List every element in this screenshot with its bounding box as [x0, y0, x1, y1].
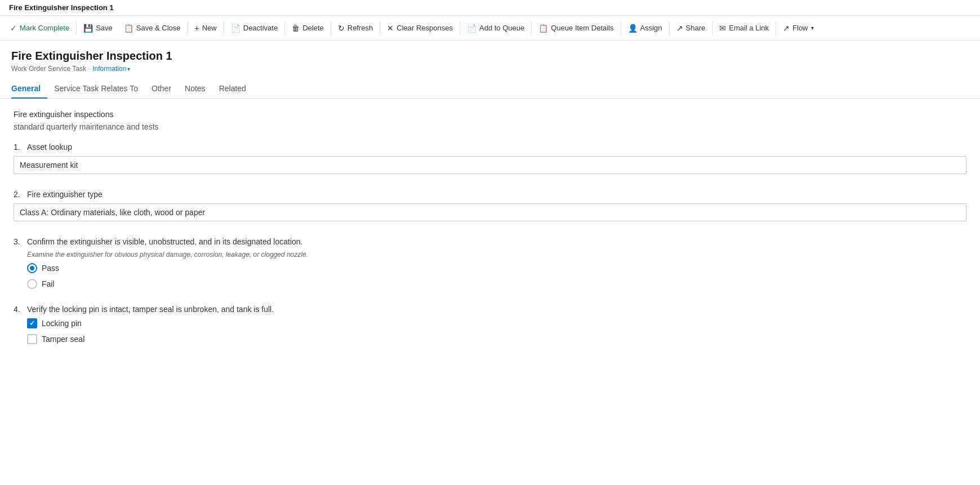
toolbar-btn-share[interactable]: ↗Share: [671, 18, 711, 38]
mark-complete-label: Mark Complete: [20, 24, 69, 32]
clear-responses-label: Clear Responses: [397, 24, 453, 32]
tab-service-task-relates-to[interactable]: Service Task Relates To: [47, 79, 145, 99]
delete-label: Delete: [302, 24, 324, 32]
question-label-q2: 2.Fire extinguisher type: [14, 190, 966, 199]
toolbar-btn-refresh[interactable]: ↻Refresh: [332, 18, 379, 38]
toolbar-btn-email-a-link[interactable]: ✉Email a Link: [714, 18, 774, 38]
question-text-q2: Fire extinguisher type: [27, 190, 103, 199]
queue-item-details-label: Queue Item Details: [551, 24, 613, 32]
toolbar-btn-new[interactable]: +New: [189, 18, 222, 38]
checkbox-item-q4-1[interactable]: Tamper seal: [27, 334, 966, 344]
breadcrumb-info[interactable]: Information ▾: [92, 65, 130, 73]
page-header: Fire Extinguisher Inspection 1 Work Orde…: [0, 41, 980, 73]
checkbox-input-q4-1[interactable]: [27, 334, 37, 344]
radio-label-q3-0: Pass: [42, 264, 59, 273]
question-label-q1: 1.Asset lookup: [14, 143, 966, 152]
toolbar-btn-save-close[interactable]: 📋Save & Close: [118, 18, 186, 38]
question-block-q3: 3.Confirm the extinguisher is visible, u…: [14, 237, 966, 289]
page-title: Fire Extinguisher Inspection 1: [11, 50, 969, 63]
question-label-q3: 3.Confirm the extinguisher is visible, u…: [14, 237, 966, 246]
description-1: Fire extinguisher inspections: [14, 110, 966, 119]
toolbar-btn-delete[interactable]: 🗑Delete: [286, 18, 329, 38]
toolbar-separator: [531, 21, 532, 35]
breadcrumb-workorder[interactable]: Work Order Service Task: [11, 65, 86, 73]
toolbar-btn-queue-item-details[interactable]: 📋Queue Item Details: [533, 18, 619, 38]
question-num-q2: 2.: [14, 190, 25, 199]
description-2: standard quarterly maintenance and tests: [14, 122, 966, 131]
flow-more-icon: ▾: [811, 25, 814, 31]
checkbox-input-q4-0[interactable]: [27, 318, 37, 328]
refresh-icon: ↻: [338, 24, 345, 33]
deactivate-label: Deactivate: [243, 24, 278, 32]
checkbox-label-q4-0: Locking pin: [42, 319, 82, 328]
toolbar-separator: [380, 21, 380, 35]
tab-related[interactable]: Related: [212, 79, 253, 99]
flow-icon: ↗: [783, 24, 790, 33]
field-input-q2[interactable]: [14, 203, 966, 221]
question-text-q1: Asset lookup: [27, 143, 72, 152]
question-label-q4: 4.Verify the locking pin is intact, tamp…: [14, 305, 966, 314]
email-a-link-label: Email a Link: [729, 24, 769, 32]
radio-item-q3-1[interactable]: Fail: [27, 279, 966, 289]
toolbar-btn-flow[interactable]: ↗Flow ▾: [777, 18, 819, 38]
toolbar-separator: [621, 21, 621, 35]
checkbox-item-q4-0[interactable]: Locking pin: [27, 318, 966, 328]
share-label: Share: [686, 24, 706, 32]
save-close-label: Save & Close: [136, 24, 181, 32]
toolbar-btn-deactivate[interactable]: 📄Deactivate: [225, 18, 283, 38]
chevron-down-icon: ▾: [127, 66, 130, 72]
assign-label: Assign: [640, 24, 662, 32]
save-close-icon: 📋: [124, 24, 133, 33]
toolbar-separator: [776, 21, 776, 35]
toolbar-btn-clear-responses[interactable]: ✕Clear Responses: [381, 18, 458, 38]
save-label: Save: [96, 24, 113, 32]
radio-input-q3-1[interactable]: [27, 279, 37, 289]
new-icon: +: [195, 24, 199, 33]
content-area: Fire extinguisher inspections standard q…: [0, 99, 980, 371]
toolbar-separator: [188, 21, 188, 35]
toolbar-btn-save[interactable]: 💾Save: [78, 18, 118, 38]
toolbar-separator: [224, 21, 224, 35]
toolbar-separator: [284, 21, 285, 35]
question-num-q4: 4.: [14, 305, 25, 314]
tab-other[interactable]: Other: [145, 79, 178, 99]
toolbar-btn-add-to-queue[interactable]: 📄Add to Queue: [461, 18, 530, 38]
share-icon: ↗: [676, 24, 683, 33]
toolbar-btn-mark-complete[interactable]: ✓Mark Complete: [5, 18, 75, 38]
tabs-container: GeneralService Task Relates ToOtherNotes…: [0, 79, 980, 99]
toolbar: ✓Mark Complete💾Save📋Save & Close+New📄Dea…: [0, 16, 980, 41]
checkbox-label-q4-1: Tamper seal: [42, 335, 84, 344]
tab-notes[interactable]: Notes: [178, 79, 212, 99]
email-a-link-icon: ✉: [719, 24, 726, 33]
checkbox-group-q4: Locking pinTamper seal: [27, 318, 966, 344]
toolbar-btn-assign[interactable]: 👤Assign: [622, 18, 668, 38]
radio-group-q3: PassFail: [27, 263, 966, 289]
question-num-q1: 1.: [14, 143, 25, 152]
radio-item-q3-0[interactable]: Pass: [27, 263, 966, 273]
page-subtitle: Work Order Service Task · Information ▾: [11, 65, 969, 73]
question-block-q2: 2.Fire extinguisher type: [14, 190, 966, 221]
tab-general[interactable]: General: [11, 79, 47, 99]
question-num-q3: 3.: [14, 237, 25, 246]
title-bar: Fire Extinguisher Inspection 1: [0, 0, 980, 16]
radio-input-q3-0[interactable]: [27, 263, 37, 273]
toolbar-separator: [669, 21, 670, 35]
toolbar-separator: [712, 21, 712, 35]
assign-icon: 👤: [628, 24, 638, 33]
flow-label: Flow: [792, 24, 808, 32]
questions-container: 1.Asset lookup2.Fire extinguisher type3.…: [14, 143, 966, 344]
question-block-q1: 1.Asset lookup: [14, 143, 966, 174]
question-text-q4: Verify the locking pin is intact, tamper…: [27, 305, 274, 314]
toolbar-separator: [331, 21, 331, 35]
breadcrumb-separator: ·: [88, 65, 90, 73]
field-input-q1[interactable]: [14, 156, 966, 174]
window-title: Fire Extinguisher Inspection 1: [9, 3, 114, 12]
refresh-label: Refresh: [348, 24, 373, 32]
delete-icon: 🗑: [292, 24, 300, 33]
new-label: New: [202, 24, 217, 32]
mark-complete-icon: ✓: [10, 24, 17, 33]
deactivate-icon: 📄: [231, 24, 240, 33]
question-text-q3: Confirm the extinguisher is visible, uno…: [27, 237, 303, 246]
toolbar-separator: [76, 21, 77, 35]
save-icon: 💾: [83, 24, 93, 33]
